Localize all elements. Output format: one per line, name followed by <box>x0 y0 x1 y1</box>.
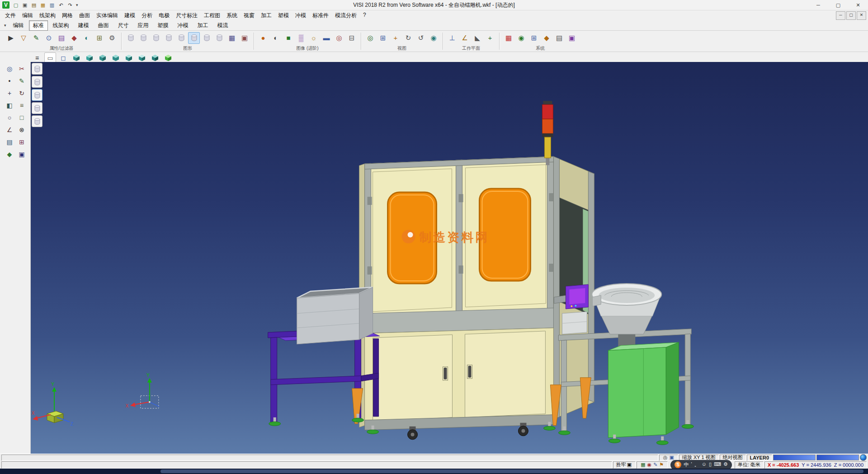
solids-history-icon-4[interactable] <box>32 102 42 114</box>
grid-settings-icon[interactable]: ⊞ <box>528 32 540 44</box>
solid-display-icon[interactable] <box>201 32 212 44</box>
element-info-icon[interactable]: ◆ <box>68 32 80 44</box>
menu-file[interactable]: 文件 <box>2 11 19 20</box>
menu-machining[interactable]: 加工 <box>258 11 275 20</box>
zoom-all-icon[interactable]: ◎ <box>364 32 376 44</box>
tab-edit[interactable]: 编辑 <box>9 20 28 31</box>
rotate-view-icon[interactable]: ↻ <box>402 32 414 44</box>
attribute-brush-icon[interactable]: ✎ <box>30 32 42 44</box>
undo-icon[interactable]: ↶ <box>57 1 65 9</box>
view-bottom-icon[interactable] <box>149 52 161 63</box>
redo-icon[interactable]: ↷ <box>66 1 74 9</box>
tab-standard[interactable]: 标准 <box>29 20 48 31</box>
layer-filter-icon[interactable]: ▤ <box>56 32 67 44</box>
mirror-icon[interactable]: ◧ <box>4 100 15 111</box>
menu-drawing[interactable]: 工程图 <box>201 11 223 20</box>
tote-bin[interactable] <box>297 287 373 344</box>
ime-toolbox-icon[interactable]: ⚙ <box>723 461 728 468</box>
view-left-icon[interactable] <box>110 52 122 63</box>
filter-funnel-icon[interactable]: ▽ <box>18 32 29 44</box>
menu-mesh[interactable]: 网格 <box>59 11 76 20</box>
calculator-icon[interactable]: ▣ <box>566 32 578 44</box>
machine-lower-cabinet[interactable] <box>365 328 554 430</box>
zoom-extents-icon[interactable]: ◻ <box>57 52 69 63</box>
tab-machining[interactable]: 加工 <box>193 20 212 31</box>
mdi-restore-button[interactable]: ▢ <box>846 11 856 20</box>
material-icon[interactable]: ■ <box>283 32 294 44</box>
solids-history-icon-active[interactable] <box>32 89 42 101</box>
shaded-edges-display-icon[interactable] <box>163 32 175 44</box>
ime-mic-icon[interactable]: ▯ <box>709 461 712 468</box>
lower-right-door[interactable] <box>465 331 545 417</box>
visibility-icon[interactable]: ◐ <box>81 32 93 44</box>
layers-icon[interactable]: ▤ <box>4 137 15 147</box>
menu-edit[interactable]: 编辑 <box>19 11 36 20</box>
menu-wireframe[interactable]: 线架构 <box>36 11 59 20</box>
surface-display-icon[interactable] <box>213 32 225 44</box>
view-top-icon[interactable] <box>136 52 148 63</box>
menu-system[interactable]: 系统 <box>223 11 241 20</box>
close-button[interactable]: ✕ <box>848 0 868 10</box>
minimize-button[interactable]: ─ <box>808 0 828 10</box>
view-shaded-green-icon[interactable] <box>162 52 174 63</box>
mdi-close-button[interactable]: ✕ <box>857 11 866 20</box>
viewbar-pane-icon[interactable]: ▭ <box>44 52 56 63</box>
save-icon[interactable]: ▥ <box>48 1 56 9</box>
snap-settings-icon[interactable]: ◆ <box>541 32 552 44</box>
command-input-field[interactable] <box>1 461 612 469</box>
doc-new-icon[interactable]: ▢ <box>12 1 20 9</box>
zoom-select-icon[interactable]: ◎ <box>4 63 15 74</box>
qat-dropdown-icon[interactable]: ▾ <box>74 3 80 7</box>
view-iso-icon[interactable] <box>71 52 82 63</box>
menu-flow-analysis[interactable]: 模流分析 <box>332 11 360 20</box>
transparent-display-icon[interactable] <box>175 32 187 44</box>
folder-open-icon[interactable]: ▦ <box>39 1 47 9</box>
mdi-minimize-button[interactable]: ─ <box>836 11 845 20</box>
status-snap-icon[interactable]: ◉ <box>647 462 652 468</box>
attribute-grid-icon[interactable]: ⊞ <box>94 32 105 44</box>
shadow-icon[interactable]: ◐ <box>270 32 282 44</box>
tab-die[interactable]: 冲模 <box>174 20 193 31</box>
workplane-angle-icon[interactable]: ∠ <box>459 32 471 44</box>
workplane-3pt-icon[interactable]: ◣ <box>472 32 483 44</box>
tab-application[interactable]: 应用 <box>134 20 153 31</box>
compare-icon[interactable]: ⊟ <box>346 32 358 44</box>
previous-view-icon[interactable]: ↺ <box>415 32 427 44</box>
status-annotate-icon[interactable]: ✎ <box>653 462 657 468</box>
view-front-icon[interactable] <box>84 52 95 63</box>
system-globe-icon[interactable]: ◉ <box>515 32 527 44</box>
menu-dimension[interactable]: 尺寸标注 <box>173 11 201 20</box>
view-back-icon[interactable] <box>97 52 108 63</box>
snapshot-icon[interactable]: ◎ <box>333 32 345 44</box>
view-right-icon[interactable] <box>123 52 135 63</box>
bounding-box-icon[interactable]: ▣ <box>239 32 250 44</box>
lock-toggle-icon[interactable]: ▣ <box>627 462 632 468</box>
viewport-3d[interactable]: 制造资料网 Y X Z Y <box>31 62 868 454</box>
active-display-mode-icon[interactable] <box>188 32 200 44</box>
menu-analysis[interactable]: 分析 <box>138 11 156 20</box>
offset-icon[interactable]: ≡ <box>16 100 28 111</box>
vibrating-bowl-feeder[interactable] <box>592 284 661 353</box>
active-layer-indicator[interactable]: LAYER0 <box>747 455 772 461</box>
menu-solid-edit[interactable]: 实体编辑 <box>93 11 121 20</box>
tab-dimension[interactable]: 尺寸 <box>114 20 133 31</box>
doc-copy-icon[interactable]: ▣ <box>21 1 29 9</box>
select-filter-icon[interactable]: ▶ <box>5 32 17 44</box>
tabbar-dropdown-icon[interactable]: ▾ <box>2 23 9 28</box>
lock-toggle[interactable]: 拴牢 ▣ <box>613 461 636 469</box>
tab-surface[interactable]: 曲面 <box>94 20 113 31</box>
menu-die[interactable]: 冲模 <box>292 11 309 20</box>
angle-tool-icon[interactable]: ∠ <box>4 124 15 135</box>
ime-lang-zh-label[interactable]: 中 <box>684 461 689 468</box>
sogou-logo-icon[interactable]: S <box>675 461 681 468</box>
move-icon[interactable]: + <box>4 88 15 99</box>
workplane-axis-marker[interactable]: Y X <box>126 372 159 408</box>
viewport-3d-canvas[interactable]: 制造资料网 Y X Z Y <box>31 62 868 454</box>
ime-keyboard-icon[interactable]: ⌨ <box>714 461 721 468</box>
zoom-window-icon[interactable]: ⊞ <box>377 32 389 44</box>
pan-icon[interactable]: + <box>390 32 401 44</box>
report-icon[interactable]: ▤ <box>553 32 565 44</box>
menu-surface[interactable]: 曲面 <box>76 11 93 20</box>
solids-history-icon-5[interactable] <box>32 115 42 127</box>
viewbar-menu-icon[interactable]: ≡ <box>31 52 43 63</box>
